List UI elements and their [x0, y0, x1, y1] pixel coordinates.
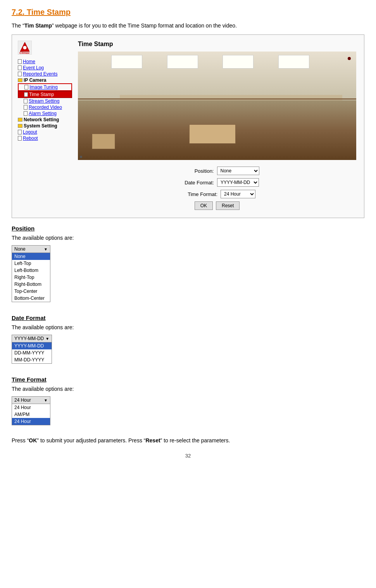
svg-point-2: [23, 46, 27, 50]
page-number: 32: [12, 453, 364, 459]
sidebar: Climax Home Event Log Reported Events: [16, 39, 74, 214]
time-format-section-heading: Time Format: [12, 376, 364, 383]
sidebar-item-home[interactable]: Home: [18, 58, 72, 65]
sidebar-item-image-tuning[interactable]: Image Tuning: [18, 83, 72, 91]
form-row-time-format: Time Format: 24 Hour AM/PM: [78, 190, 356, 198]
scene-light-4: [278, 55, 309, 69]
camera-ui-inner: Climax Home Event Log Reported Events: [16, 39, 360, 214]
page-icon: [24, 99, 28, 103]
ok-text-bold: OK: [29, 437, 37, 444]
date-format-select[interactable]: YYYY-MM-DD DD-MM-YYYY MM-DD-YYYY: [217, 178, 259, 187]
sidebar-item-alarm-setting[interactable]: Alarm Setting: [18, 110, 72, 117]
date-format-section-heading: Date Format: [12, 315, 364, 321]
settings-form: Position: None Left-Top Left-Bottom Righ…: [78, 165, 356, 212]
sidebar-item-event-log[interactable]: Event Log: [18, 65, 72, 71]
reset-text-bold: Reset: [145, 437, 160, 444]
form-buttons: OK Reset: [78, 201, 356, 210]
date-format-option-dd-mm-yyyy[interactable]: DD-MM-YYYY: [12, 349, 52, 356]
intro-paragraph: The “Tim Stamp” webpage is for you to ed…: [12, 21, 364, 30]
time-format-option-ampm[interactable]: AM/PM: [12, 411, 50, 418]
sidebar-menu: Home Event Log Reported Events IP Camera…: [18, 58, 72, 141]
page-icon: [24, 85, 28, 89]
position-option-bottom-center[interactable]: Bottom-Center: [12, 295, 50, 302]
section-title: 7.2. Time Stamp: [12, 8, 364, 17]
sidebar-item-reboot[interactable]: Reboot: [18, 135, 72, 141]
scene-light-3: [222, 55, 254, 69]
main-content-area: Time Stamp: [74, 39, 360, 214]
time-format-label: Time Format:: [179, 191, 217, 197]
camera-preview-inner: [78, 52, 356, 160]
date-format-section-desc: The available options are:: [12, 323, 364, 332]
page-icon: [18, 136, 22, 141]
ok-button[interactable]: OK: [195, 201, 213, 210]
time-format-option-24hour-1[interactable]: 24 Hour: [12, 404, 50, 411]
sidebar-item-logout[interactable]: Logout: [18, 129, 72, 135]
position-option-none[interactable]: None: [12, 253, 50, 260]
folder-icon: [18, 124, 22, 128]
date-format-dropdown-display: YYYY-MM-DD ▼ YYYY-MM-DD DD-MM-YYYY MM-DD…: [12, 335, 52, 364]
chevron-down-icon: ▼: [45, 337, 49, 341]
scene-horizon-line: [78, 98, 356, 100]
sidebar-item-stream-setting[interactable]: Stream Setting: [18, 98, 72, 104]
reset-button[interactable]: Reset: [216, 201, 240, 210]
scene-object-2: [189, 124, 236, 144]
page-icon: [24, 105, 28, 110]
position-option-top-center[interactable]: Top-Center: [12, 288, 50, 295]
form-row-position: Position: None Left-Top Left-Bottom Righ…: [78, 167, 356, 175]
scene-object-1: [92, 134, 115, 149]
folder-icon: [18, 118, 22, 122]
sidebar-item-recorded-video[interactable]: Recorded Video: [18, 104, 72, 110]
page-heading: Time Stamp: [78, 41, 356, 48]
sidebar-item-reported-events[interactable]: Reported Events: [18, 71, 72, 77]
intro-bold: Tim Stamp: [24, 22, 52, 29]
bottom-text: Press “OK” to submit your adjusted param…: [12, 436, 364, 445]
page-icon: [24, 92, 28, 97]
position-section-desc: The available options are:: [12, 234, 364, 242]
date-format-label: Date Format:: [175, 180, 214, 186]
position-section-heading: Position: [12, 225, 364, 232]
time-format-section-desc: The available options are:: [12, 385, 364, 393]
sidebar-item-time-stamp[interactable]: Time Stamp: [18, 91, 72, 98]
folder-icon: [18, 78, 22, 82]
position-dropdown-display: None ▼ None Left-Top Left-Bottom Right-T…: [12, 245, 50, 302]
time-format-dropdown-display: 24 Hour ▼ 24 Hour AM/PM 24 Hour: [12, 396, 50, 425]
page-icon: [18, 130, 22, 134]
page-icon: [18, 72, 22, 76]
date-format-option-mm-dd-yyyy[interactable]: MM-DD-YYYY: [12, 356, 52, 363]
sidebar-item-ip-camera[interactable]: IP Camera: [18, 77, 72, 83]
position-option-left-top[interactable]: Left-Top: [12, 260, 50, 267]
position-select[interactable]: None Left-Top Left-Bottom Right-Top Righ…: [217, 167, 259, 175]
form-row-date-format: Date Format: YYYY-MM-DD DD-MM-YYYY MM-DD…: [78, 178, 356, 187]
position-option-right-bottom[interactable]: Right-Bottom: [12, 281, 50, 288]
sidebar-item-system-setting[interactable]: System Setting: [18, 123, 72, 129]
climax-logo-icon: Climax: [18, 41, 32, 55]
date-format-option-yyyy-mm-dd[interactable]: YYYY-MM-DD: [12, 342, 52, 349]
chevron-down-icon: ▼: [44, 398, 48, 402]
position-dropdown-header[interactable]: None ▼: [12, 246, 50, 253]
scene-light-1: [111, 55, 142, 69]
svg-text:Climax: Climax: [19, 51, 30, 55]
date-format-dropdown-header[interactable]: YYYY-MM-DD ▼: [12, 335, 52, 342]
sidebar-item-network-setting[interactable]: Network Setting: [18, 117, 72, 123]
page-icon: [18, 59, 22, 64]
time-format-dropdown-header[interactable]: 24 Hour ▼: [12, 397, 50, 404]
time-format-select[interactable]: 24 Hour AM/PM: [221, 190, 255, 198]
position-option-right-top[interactable]: Right-Top: [12, 274, 50, 281]
time-format-option-24hour-2[interactable]: 24 Hour: [12, 418, 50, 425]
scene-light-2: [167, 55, 198, 69]
camera-ui-box: Climax Home Event Log Reported Events: [12, 34, 364, 218]
sidebar-logo: Climax: [18, 41, 72, 55]
position-label: Position:: [175, 168, 214, 174]
chevron-down-icon: ▼: [44, 247, 48, 251]
page-icon: [24, 111, 28, 116]
camera-preview: [78, 52, 356, 160]
position-option-left-bottom[interactable]: Left-Bottom: [12, 267, 50, 274]
page-icon: [18, 65, 22, 70]
